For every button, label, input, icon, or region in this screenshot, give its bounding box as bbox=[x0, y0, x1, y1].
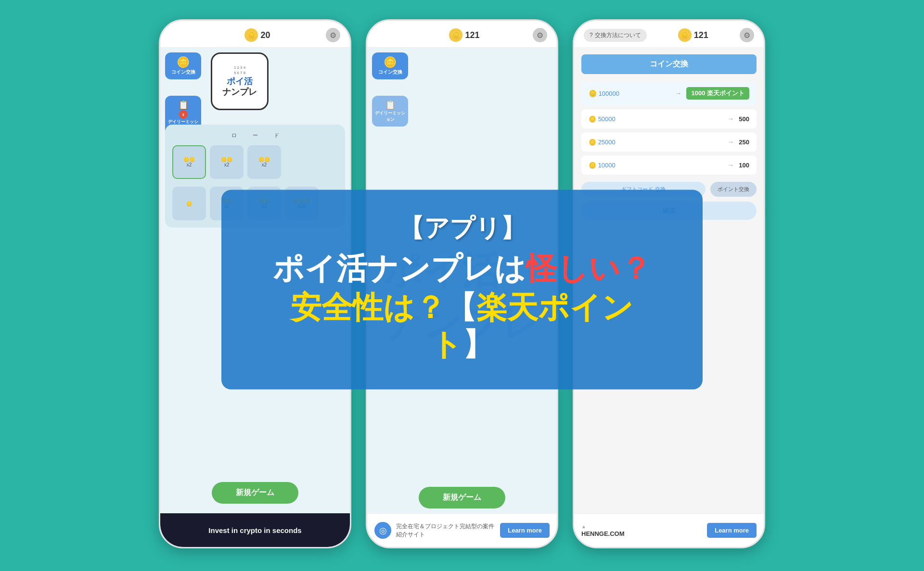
phone-3-topbar: ? 交換方法について 🪙 121 ⚙ bbox=[574, 21, 764, 47]
exchange-arrow-4: → bbox=[727, 161, 734, 169]
new-game-btn-2[interactable]: 新規ゲーム bbox=[419, 487, 505, 508]
phone-3-ad-bar: ▲ HENNGE.COM Learn more bbox=[574, 513, 764, 547]
phone-1-coin-count: 20 bbox=[260, 30, 270, 40]
sidebar-daily-btn-2[interactable]: 📋 デイリーミッション bbox=[372, 96, 408, 127]
coin-icon-3: 🪙 bbox=[678, 28, 692, 42]
exchange-method-label: 交換方法について bbox=[595, 31, 641, 39]
exchange-points-2: 500 bbox=[739, 115, 749, 123]
overlay-bracket-open: 【 bbox=[446, 290, 476, 325]
gear-icon-3[interactable]: ⚙ bbox=[740, 28, 754, 42]
sidebar-coin-label-2: コイン交換 bbox=[374, 69, 406, 76]
exchange-coins-4: 🪙 10000 bbox=[589, 162, 722, 169]
overlay-bracket-close: 】 bbox=[462, 327, 493, 362]
exchange-row-3[interactable]: 🪙 25000 → 250 bbox=[581, 132, 757, 152]
game-title-1: ポイ活 ナンプレ bbox=[222, 76, 257, 97]
exchange-points-4: 100 bbox=[739, 162, 749, 169]
exchange-points-3: 250 bbox=[739, 139, 749, 146]
sidebar-coin-btn-1[interactable]: 🪙 コイン交換 bbox=[165, 52, 201, 79]
exchange-arrow-1: → bbox=[675, 89, 681, 97]
overlay-title-line: ポイ活ナンプレは怪しい？ bbox=[260, 250, 664, 287]
exchange-coins-2: 🪙 50000 bbox=[589, 115, 722, 123]
reward-item-3: 🪙🪙x2 bbox=[247, 145, 281, 179]
learn-more-btn-2[interactable]: Learn more bbox=[500, 523, 550, 538]
phone-3-coin-badge: 🪙 121 bbox=[678, 28, 708, 42]
phone-2-coin-badge: 🪙 121 bbox=[449, 28, 479, 42]
exchange-coins-3: 🪙 25000 bbox=[589, 139, 722, 146]
action-btn-exchange[interactable]: ポイント交換 bbox=[710, 182, 757, 197]
phone-3-coin-count: 121 bbox=[694, 30, 708, 40]
phone-1-topbar: 🪙 20 ⚙ bbox=[160, 21, 350, 48]
exchange-row-2[interactable]: 🪙 50000 → 500 bbox=[581, 109, 757, 128]
exchange-coins-1: 🪙 100000 bbox=[589, 89, 670, 97]
coin-icon-1: 🪙 bbox=[244, 28, 258, 42]
overlay-subtitle-line: 安全性は？【楽天ポイント】 bbox=[260, 289, 664, 363]
phone-2-ad-site-text: 完全在宅＆プロジェクト完結型の案件紹介サイト bbox=[396, 522, 495, 539]
exchange-arrow-2: → bbox=[727, 115, 734, 123]
phone-2-coin-count: 121 bbox=[465, 30, 479, 40]
game-icon-1: 1 23 4 5 67 8 ポイ活 ナンプレ bbox=[211, 52, 269, 110]
overlay-app-label: 【アプリ】 bbox=[260, 211, 664, 245]
coin-exchange-header: コイン交換 bbox=[581, 54, 757, 74]
exchange-row-1[interactable]: 🪙 100000 → 1000 楽天ポイント bbox=[581, 81, 757, 105]
gear-icon-2[interactable]: ⚙ bbox=[533, 28, 547, 42]
reward-item-5: 🪙 bbox=[172, 187, 206, 220]
exchange-method-btn[interactable]: ? 交換方法について bbox=[584, 29, 647, 42]
ad-logo-2: ◎ bbox=[374, 522, 391, 539]
learn-more-btn-3[interactable]: Learn more bbox=[707, 523, 757, 538]
sidebar-coin-label-1: コイン交換 bbox=[167, 69, 199, 76]
phone-1-ad-text: Invest in crypto in seconds bbox=[208, 526, 301, 534]
phone-1-ad-bar: Invest in crypto in seconds bbox=[160, 513, 350, 547]
overlay-title-highlight: 怪しい？ bbox=[526, 251, 651, 285]
overlay-title-part1: ポイ活ナンプレは bbox=[273, 251, 526, 285]
coin-icon-2: 🪙 bbox=[449, 28, 462, 42]
new-game-btn-1[interactable]: 新規ゲーム bbox=[212, 482, 298, 504]
sidebar-daily-label-2: デイリーミッション bbox=[374, 110, 406, 123]
reward-item-1: 🪙🪙x2 bbox=[172, 145, 206, 179]
sidebar-coin-btn-2[interactable]: 🪙 コイン交換 bbox=[372, 52, 408, 79]
phone-2-ad-bar: ◎ 完全在宅＆プロジェクト完結型の案件紹介サイト Learn more bbox=[367, 513, 557, 547]
hennge-logo: ▲ HENNGE.COM bbox=[581, 524, 702, 537]
phone-2-topbar: 🪙 121 ⚙ bbox=[367, 21, 557, 48]
exchange-row-4[interactable]: 🪙 10000 → 100 bbox=[581, 155, 757, 175]
gear-icon-1[interactable]: ⚙ bbox=[326, 28, 340, 42]
exchange-arrow-3: → bbox=[727, 138, 734, 146]
overlay-subtitle-part1: 安全性は？ bbox=[291, 290, 446, 325]
exchange-points-1: 1000 楽天ポイント bbox=[686, 87, 749, 100]
reward-item-2: 🪙🪙x2 bbox=[210, 145, 244, 179]
title-overlay: 【アプリ】 ポイ活ナンプレは怪しい？ 安全性は？【楽天ポイント】 bbox=[221, 190, 703, 389]
phone-1-coin-badge: 🪙 20 bbox=[244, 28, 270, 42]
